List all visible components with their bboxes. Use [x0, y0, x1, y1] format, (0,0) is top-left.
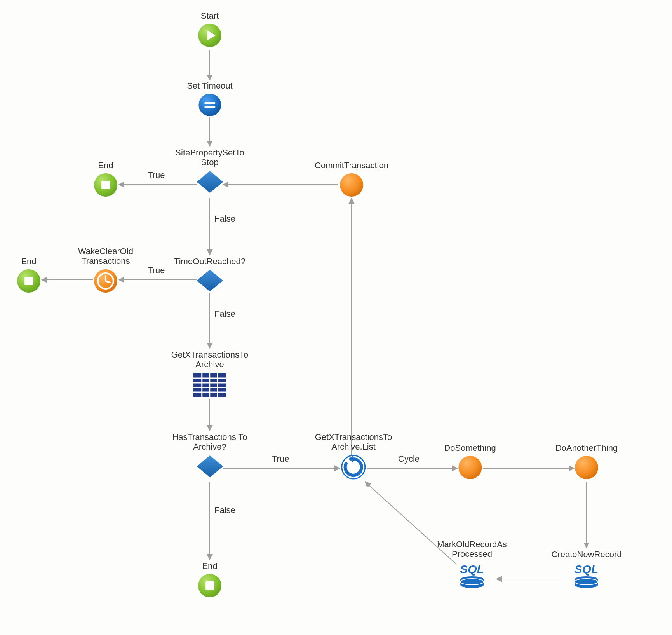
node-start[interactable]: Start — [197, 11, 222, 50]
loop-icon — [341, 454, 366, 480]
sql-icon: SQL — [456, 562, 487, 591]
node-label: MarkOldRecordAs Processed — [437, 539, 507, 559]
node-create-new-record[interactable]: CreateNewRecord SQL — [552, 550, 622, 593]
edge-label-true: True — [148, 170, 165, 180]
node-label: DoSomething — [444, 443, 496, 453]
clock-icon — [93, 269, 118, 293]
node-label: CreateNewRecord — [552, 550, 622, 559]
action-icon — [339, 173, 364, 197]
edge-label-true: True — [148, 265, 165, 276]
edge-label-false: False — [214, 309, 235, 319]
node-foreach-list[interactable]: GetXTransactionsTo Archive.List — [315, 432, 392, 482]
diamond-icon — [196, 170, 224, 194]
sql-icon: SQL — [571, 562, 602, 591]
node-label: Start — [197, 11, 222, 21]
node-end[interactable]: End — [16, 256, 41, 296]
node-label: Set Timeout — [187, 81, 232, 91]
node-label: GetXTransactionsTo Archive — [171, 350, 249, 370]
node-label: GetXTransactionsTo Archive.List — [315, 432, 392, 452]
svg-rect-53 — [205, 581, 214, 590]
flow-diagram: True False True False True False Cycle S… — [0, 0, 672, 635]
play-icon — [197, 23, 222, 48]
action-icon — [458, 455, 482, 480]
diamond-icon — [196, 454, 224, 478]
stop-icon — [197, 573, 222, 598]
stop-icon — [16, 269, 41, 293]
edge-label-false: False — [214, 505, 235, 515]
node-mark-old-record[interactable]: MarkOldRecordAs Processed SQL — [437, 539, 507, 593]
action-icon — [574, 455, 599, 480]
svg-marker-22 — [197, 171, 223, 193]
assign-icon — [198, 93, 222, 117]
diamond-icon — [196, 269, 224, 293]
svg-point-25 — [340, 173, 363, 197]
node-label: End — [93, 160, 118, 170]
svg-text:SQL: SQL — [460, 563, 484, 576]
node-site-property[interactable]: SitePropertySetTo Stop — [175, 148, 244, 196]
node-get-transactions[interactable]: GetXTransactionsTo Archive — [171, 350, 249, 400]
svg-rect-32 — [24, 277, 33, 285]
edge-label-cycle: Cycle — [398, 454, 420, 464]
node-do-something[interactable]: DoSomething — [444, 443, 496, 482]
node-do-another[interactable]: DoAnotherThing — [555, 443, 618, 482]
node-end[interactable]: End — [197, 561, 222, 600]
grid-icon — [193, 372, 227, 398]
node-timeout-reached[interactable]: TimeOutReached? — [174, 256, 245, 295]
svg-rect-20 — [204, 102, 215, 104]
svg-point-19 — [198, 94, 221, 116]
svg-marker-26 — [197, 270, 223, 291]
node-label: TimeOutReached? — [174, 256, 245, 266]
node-wake-clear[interactable]: WakeClearOld Transactions — [78, 246, 133, 296]
edges-layer — [0, 0, 672, 635]
node-label: SitePropertySetTo Stop — [175, 148, 244, 167]
svg-point-45 — [575, 456, 598, 479]
edge-label-true: True — [272, 454, 289, 464]
node-label: DoAnotherThing — [555, 443, 618, 453]
svg-rect-24 — [101, 181, 110, 189]
svg-marker-41 — [197, 455, 223, 477]
node-end[interactable]: End — [93, 160, 118, 200]
edge-label-false: False — [214, 214, 235, 224]
node-label: CommitTransaction — [315, 160, 388, 170]
svg-rect-21 — [204, 106, 215, 108]
node-set-timeout[interactable]: Set Timeout — [187, 81, 232, 119]
node-label: End — [197, 561, 222, 571]
node-label: WakeClearOld Transactions — [78, 246, 133, 266]
node-commit-transaction[interactable]: CommitTransaction — [315, 160, 388, 200]
node-has-transactions[interactable]: HasTransactions To Archive? — [172, 432, 247, 481]
node-label: End — [16, 256, 41, 266]
node-label: HasTransactions To Archive? — [172, 432, 247, 452]
svg-text:SQL: SQL — [575, 563, 599, 576]
stop-icon — [93, 173, 118, 197]
svg-point-44 — [458, 456, 482, 479]
